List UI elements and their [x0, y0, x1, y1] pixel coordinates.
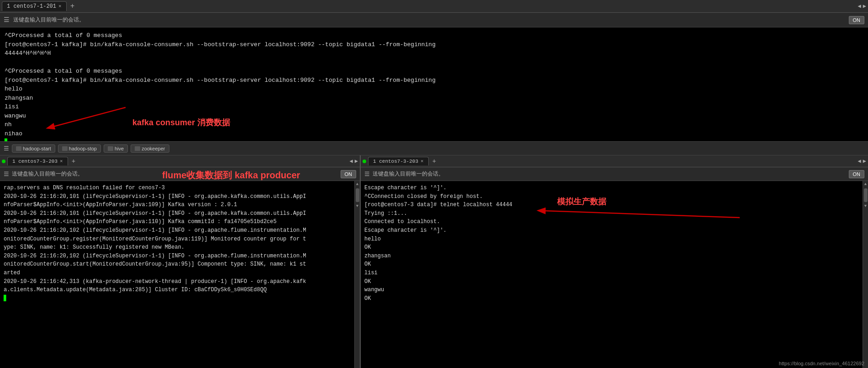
top-line-3 — [5, 58, 863, 67]
shortcut-label-1: hadoop-start — [23, 146, 51, 151]
br-line-5: Escape character is '^]'. — [364, 226, 859, 235]
top-line-9: wangwu — [5, 112, 863, 121]
top-line-12: ▊ — [5, 138, 863, 141]
bottom-left-header-bar: ☰ 送键盘输入目前唯一的会话。 ON — [0, 167, 360, 181]
shortcut-hive[interactable]: hive — [104, 144, 128, 153]
bottom-left-scrollbar[interactable]: ▲ ▼ — [354, 181, 360, 368]
bl-line-12: a.clients.Metadata.update(Metadata.java:… — [4, 286, 351, 294]
top-line-1: [root@centos7-1 kafka]# bin/kafka-consol… — [5, 40, 863, 49]
shortcut-hadoop-stop[interactable]: hadoop-stop — [58, 144, 101, 153]
top-tab-add[interactable]: + — [68, 2, 77, 11]
bottom-right-dot — [363, 160, 366, 163]
top-line-4: ^CProcessed a total of 0 messages — [5, 67, 863, 76]
bl-line-5: 2020-10-26 21:16:20,102 (lifecycleSuperv… — [4, 226, 351, 235]
top-header-bar: ☰ 送键盘输入目前唯一的会话。 ON — [0, 13, 868, 27]
bottom-left-terminal-content: rap.servers as DNS resolution failed for… — [0, 181, 354, 368]
bottom-left-tab-add[interactable]: + — [70, 158, 77, 165]
bottom-left-menu-icon[interactable]: ☰ — [4, 171, 9, 178]
br-scroll-down[interactable]: ▼ — [864, 203, 867, 209]
top-line-6: hello — [5, 85, 863, 94]
top-send-text: 送键盘输入目前唯一的会话。 — [13, 16, 845, 24]
bottom-left-tab-label: 1 centos7-3-203 — [12, 159, 58, 164]
br-line-3: Trying ::1... — [364, 209, 859, 218]
br-line-6: hello — [364, 235, 859, 244]
bl-line-4: nfoParser$AppInfo.<init>(AppInfoParser.j… — [4, 218, 351, 226]
top-terminal-panel: 1 centos7-1-201 × + ◀ ▶ ☰ 送键盘输入目前唯一的会话。 … — [0, 0, 868, 155]
shortcut-label-2: hadoop-stop — [69, 146, 97, 151]
bottom-right-tab-add[interactable]: + — [431, 158, 438, 165]
br-line-13: OK — [364, 294, 859, 303]
top-tab-bar: 1 centos7-1-201 × + ◀ ▶ — [0, 0, 868, 13]
shortcut-icon-4 — [135, 146, 140, 151]
br-scroll-up[interactable]: ▲ — [864, 181, 867, 187]
bottom-right-send-text: 送键盘输入目前唯一的会话。 — [373, 170, 846, 178]
br-line-8: zhangsan — [364, 252, 859, 261]
shortcut-icon-2 — [62, 146, 68, 151]
bl-scroll-down[interactable]: ▼ — [356, 203, 358, 209]
top-line-7: zhangsan — [5, 94, 863, 103]
bottom-right-nav-left[interactable]: ◀ — [858, 158, 861, 165]
bottom-right-on-button[interactable]: ON — [849, 170, 865, 178]
bl-scroll-thumb[interactable] — [356, 188, 359, 202]
br-line-12: wangwu — [364, 286, 859, 294]
bottom-right-nav-right[interactable]: ▶ — [863, 158, 866, 165]
bl-line-3: 2020-10-26 21:16:20,101 (lifecycleSuperv… — [4, 209, 351, 218]
menu-icon[interactable]: ☰ — [4, 16, 10, 24]
br-line-0: Escape character is '^]'. — [364, 184, 859, 192]
bottom-right-panel: 1 centos7-3-203 × + ◀ ▶ ☰ 送键盘输入目前唯一的会话。 … — [361, 155, 868, 368]
bl-line-13: ▊ — [4, 294, 351, 303]
br-line-2: [root@centos7-3 data]# telnet localhost … — [364, 201, 859, 209]
shortcut-hadoop-start[interactable]: hadoop-start — [12, 144, 55, 153]
bottom-left-on-button[interactable]: ON — [341, 170, 357, 178]
top-line-0: ^CProcessed a total of 0 messages — [5, 31, 863, 40]
br-scroll-thumb[interactable] — [864, 188, 868, 202]
bottom-left-tab[interactable]: 1 centos7-3-203 × — [7, 157, 68, 165]
top-line-11: nihao — [5, 129, 863, 139]
bl-line-1: 2020-10-26 21:16:20,101 (lifecycleSuperv… — [4, 192, 351, 201]
bottom-right-tab[interactable]: 1 centos7-3-203 × — [368, 157, 429, 165]
bl-line-0: rap.servers as DNS resolution failed for… — [4, 184, 351, 192]
bottom-left-send-text: 送键盘输入目前唯一的会话。 — [12, 170, 338, 178]
bl-line-11: 2020-10-26 21:16:42,313 (kafka-producer-… — [4, 277, 351, 286]
bottom-right-content-row: Escape character is '^]'. ^CConnection c… — [361, 181, 868, 368]
bottom-right-scrollbar[interactable]: ▲ ▼ — [863, 181, 868, 368]
bl-line-10: arted — [4, 269, 351, 277]
bl-scroll-up[interactable]: ▲ — [356, 181, 358, 187]
shortcut-icon-1 — [16, 146, 21, 151]
br-line-4: Connected to localhost. — [364, 218, 859, 226]
top-nav-right[interactable]: ▶ — [863, 3, 866, 10]
shortcut-zookeeper[interactable]: zookeeper — [131, 144, 169, 153]
top-tab-close[interactable]: × — [58, 4, 62, 9]
bottom-left-dot — [2, 160, 5, 163]
shortcut-label-3: hive — [115, 146, 124, 151]
top-line-2: 44444^H^H^H^H — [5, 49, 863, 58]
bl-line-2: nfoParser$AppInfo.<init>(AppInfoParser.j… — [4, 201, 351, 209]
br-line-11: OK — [364, 277, 859, 286]
bottom-right-header-bar: ☰ 送键盘输入目前唯一的会话。 ON — [361, 167, 868, 181]
bottom-right-tab-close[interactable]: × — [421, 159, 424, 164]
bottom-left-tab-close[interactable]: × — [60, 159, 63, 164]
bl-line-7: ype: SINK, name: k1: Successfully regist… — [4, 243, 351, 252]
bl-line-8: 2020-10-26 21:16:20,102 (lifecycleSuperv… — [4, 252, 351, 261]
bottom-right-tab-bar: 1 centos7-3-203 × + ◀ ▶ — [361, 155, 868, 167]
br-line-1: ^CConnection closed by foreign host. — [364, 192, 859, 201]
br-line-7: OK — [364, 243, 859, 252]
top-nav-left[interactable]: ◀ — [858, 3, 861, 10]
bottom-left-nav-left[interactable]: ◀ — [350, 158, 353, 165]
top-tab-label: 1 centos7-1-201 — [7, 3, 56, 10]
top-line-8: lisi — [5, 102, 863, 112]
bottom-right-menu-icon[interactable]: ☰ — [364, 171, 370, 178]
bottom-left-nav-right[interactable]: ▶ — [355, 158, 358, 165]
shortcuts-bar: ☰ hadoop-start hadoop-stop hive zookeepe… — [0, 141, 868, 155]
bl-line-9: onitoredCounterGroup.start(MonitoredCoun… — [4, 260, 351, 269]
top-on-button[interactable]: ON — [849, 16, 865, 24]
watermark: https://blog.csdn.net/weixin_46122692 — [779, 361, 864, 366]
shortcut-label-4: zookeeper — [142, 146, 165, 151]
bottom-left-content-row: rap.servers as DNS resolution failed for… — [0, 181, 360, 368]
bottom-left-panel: 1 centos7-3-203 × + ◀ ▶ ☰ 送键盘输入目前唯一的会话。 … — [0, 155, 361, 368]
shortcuts-menu-icon[interactable]: ☰ — [4, 145, 9, 152]
top-terminal-content: ^CProcessed a total of 0 messages [root@… — [0, 27, 868, 141]
top-nav-arrows: ◀ ▶ — [858, 3, 866, 10]
top-tab-active[interactable]: 1 centos7-1-201 × — [2, 1, 67, 11]
bottom-right-nav-arrows: ◀ ▶ — [858, 158, 866, 165]
